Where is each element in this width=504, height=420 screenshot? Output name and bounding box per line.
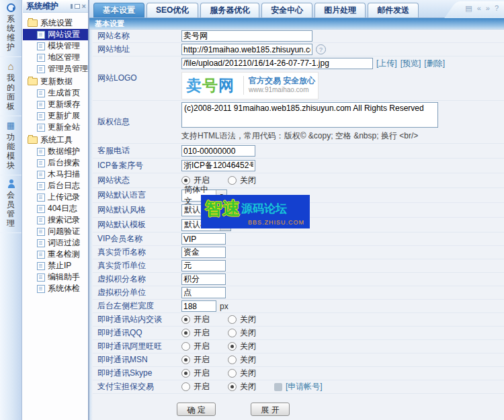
tree-folder[interactable]: 系统工具	[23, 134, 88, 146]
tree-item[interactable]: 更新缓存	[23, 99, 88, 110]
radio-on[interactable]	[228, 382, 237, 391]
virtual-points-name-label: 虚拟积分名称	[97, 274, 181, 285]
im-msn-option[interactable]: 开启	[181, 354, 210, 366]
tabbar-corner-icon[interactable]: «	[477, 4, 481, 13]
virtual-points-name-input[interactable]	[181, 274, 226, 285]
alipay-escrow-link[interactable]: [申请帐号]	[286, 381, 323, 392]
expand-button[interactable]: 展 开	[251, 403, 290, 416]
tree-item-label: 更新数据	[40, 76, 73, 87]
tree-item[interactable]: 404日志	[23, 203, 88, 214]
tree-item[interactable]: 搜索记录	[23, 214, 88, 226]
tree-item[interactable]: 管理员管理	[23, 63, 88, 75]
radio-on[interactable]	[228, 342, 237, 351]
tree-item[interactable]: 数据维护	[23, 146, 88, 157]
logo-action-link[interactable]: [上传]	[376, 58, 397, 69]
close-icon[interactable]: ×	[82, 3, 86, 9]
tree-item-label: 更新缓存	[48, 99, 80, 110]
site-name-input[interactable]	[181, 30, 312, 42]
radio-on[interactable]	[181, 315, 190, 324]
tree-item[interactable]: 问题验证	[23, 226, 88, 237]
im-aliwangwang-option[interactable]: 关闭	[228, 341, 256, 352]
im-site-chat-option[interactable]: 关闭	[228, 314, 256, 325]
im-site-chat-option[interactable]: 开启	[181, 314, 210, 325]
radio-off[interactable]	[228, 176, 237, 185]
im-skype-option[interactable]: 开启	[181, 368, 210, 379]
radio-off[interactable]	[181, 382, 190, 391]
ok-button[interactable]: 确 定	[177, 403, 216, 416]
restore-icon[interactable]	[75, 4, 80, 9]
tabbar-corner-icon[interactable]: ?	[495, 4, 499, 13]
real-currency-unit-input[interactable]	[181, 260, 226, 271]
radio-label: 开启	[194, 341, 210, 352]
logo-action-link[interactable]: [删除]	[424, 58, 445, 69]
help-icon[interactable]: ?	[316, 44, 326, 54]
tree-item[interactable]: 禁止IP	[23, 260, 88, 271]
icp-number-input[interactable]	[181, 160, 255, 171]
tab-item[interactable]: SEO优化	[146, 3, 198, 17]
site-logo-input[interactable]	[181, 58, 373, 69]
dock-tab[interactable]: 系统维护	[0, 0, 22, 57]
radio-label: 开启	[194, 368, 210, 379]
admin-left-width-input[interactable]	[181, 300, 216, 312]
tabbar-corner-icon[interactable]: ▤	[465, 4, 472, 13]
tree-item[interactable]: 系统体检	[23, 283, 88, 294]
alipay-escrow-option[interactable]: 开启	[181, 381, 210, 392]
im-msn-option[interactable]: 关闭	[228, 354, 256, 366]
real-currency-name-input[interactable]	[181, 247, 226, 258]
im-qq-option[interactable]: 关闭	[228, 327, 256, 339]
tree-item[interactable]: 后台搜索	[23, 157, 88, 169]
tree-item[interactable]: 生成首页	[23, 87, 88, 99]
page-icon	[37, 216, 45, 224]
pin-icon[interactable]	[71, 4, 73, 9]
radio-on[interactable]	[181, 355, 190, 364]
tab-item[interactable]: 邮件发送	[368, 3, 419, 17]
tree-item[interactable]: 编辑助手	[23, 271, 88, 283]
alipay-escrow-option[interactable]: 关闭	[228, 381, 256, 392]
radio-on[interactable]	[181, 176, 190, 185]
dock-tab[interactable]: 功能模块	[0, 116, 22, 175]
apply-account-icon[interactable]	[274, 383, 282, 391]
service-phone-input[interactable]	[181, 145, 255, 157]
tree-item[interactable]: 更新扩展	[23, 110, 88, 122]
tree-item-label: 系统设置	[40, 17, 73, 29]
tree-item[interactable]: 模块管理	[23, 40, 88, 52]
tree-item[interactable]: 网站设置	[23, 29, 88, 40]
tree-item-label: 数据维护	[48, 146, 80, 157]
radio-on[interactable]	[181, 369, 190, 378]
site-status-option[interactable]: 关闭	[228, 175, 256, 186]
tree-item[interactable]: 词语过滤	[23, 237, 88, 249]
tab-item[interactable]: 安全中心	[261, 3, 312, 17]
tree-folder[interactable]: 系统设置	[23, 17, 88, 29]
radio-off[interactable]	[181, 342, 190, 351]
folder-icon	[28, 78, 38, 85]
radio-off[interactable]	[228, 369, 237, 378]
tab-active[interactable]: 基本设置	[93, 3, 144, 17]
tab-item[interactable]: 图片处理	[314, 3, 366, 17]
copyright-textarea[interactable]: (c)2008-2011 91maihao.web185.zhisuyun.co…	[181, 102, 438, 128]
tree-item[interactable]: 地区管理	[23, 52, 88, 63]
im-skype-option[interactable]: 关闭	[228, 368, 256, 379]
im-qq-option[interactable]: 开启	[181, 327, 210, 339]
tabbar-corner-icon[interactable]: »	[486, 4, 490, 13]
radio-off[interactable]	[228, 315, 237, 324]
tree-item[interactable]: 后台日志	[23, 180, 88, 192]
admin-left-width-label: 后台左侧栏宽度	[97, 300, 181, 312]
im-skype-control: 开启关闭	[181, 368, 271, 379]
tree-item[interactable]: 重名检测	[23, 249, 88, 260]
page-icon	[37, 124, 45, 132]
tree-item[interactable]: 更新全站	[23, 122, 88, 133]
dock-tab[interactable]: 我的面板	[0, 57, 22, 116]
radio-off[interactable]	[228, 355, 237, 364]
vip-name-input[interactable]	[181, 233, 226, 245]
im-aliwangwang-option[interactable]: 开启	[181, 341, 210, 352]
radio-on[interactable]	[181, 329, 190, 337]
tree-item[interactable]: 木马扫描	[23, 169, 88, 180]
tree-folder[interactable]: 更新数据	[23, 76, 88, 87]
virtual-points-unit-input[interactable]	[181, 287, 226, 298]
site-url-input[interactable]	[181, 44, 312, 55]
dock-tab[interactable]: 会员管理	[0, 175, 22, 233]
radio-off[interactable]	[228, 329, 237, 337]
tab-item[interactable]: 服务器优化	[200, 3, 259, 17]
logo-action-link[interactable]: [预览]	[401, 58, 421, 69]
tree-item[interactable]: 上传记录	[23, 192, 88, 203]
